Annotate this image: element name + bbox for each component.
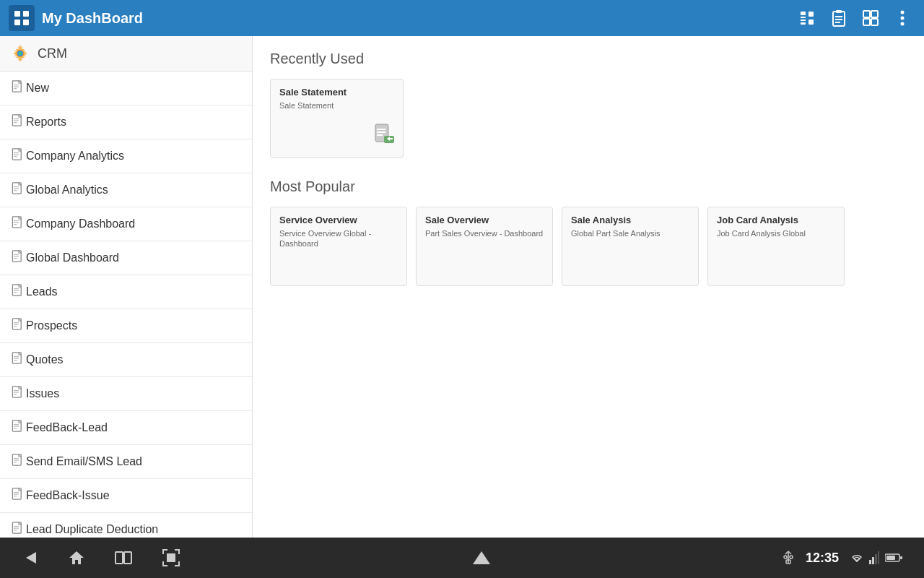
svg-rect-40 bbox=[14, 190, 17, 191]
crm-icon bbox=[10, 43, 30, 64]
svg-rect-36 bbox=[14, 156, 17, 157]
doc-icon bbox=[10, 318, 26, 334]
svg-rect-72 bbox=[14, 462, 17, 462]
bottom-nav: 12:35 bbox=[0, 538, 924, 578]
svg-rect-115 bbox=[869, 560, 871, 564]
sidebar-item-company-dashboard[interactable]: Company Dashboard bbox=[0, 207, 252, 241]
svg-rect-120 bbox=[886, 556, 895, 560]
sidebar-item-new[interactable]: New bbox=[0, 72, 252, 105]
svg-rect-3 bbox=[23, 20, 29, 25]
sidebar-item-feedback-issue[interactable]: FeedBack-Issue bbox=[0, 479, 252, 513]
home-button[interactable] bbox=[68, 548, 85, 567]
svg-rect-34 bbox=[14, 152, 19, 153]
sidebar-item-global-dashboard[interactable]: Global Dashboard bbox=[0, 241, 252, 275]
app-grid-icon[interactable] bbox=[9, 5, 35, 31]
sidebar-item-label: Quotes bbox=[26, 353, 64, 366]
sidebar-item-label: Send Email/SMS Lead bbox=[26, 455, 142, 468]
recently-used-title: Recently Used bbox=[270, 51, 907, 67]
svg-rect-102 bbox=[116, 552, 123, 564]
more-options-icon[interactable] bbox=[889, 5, 915, 31]
card-title: Sale Overview bbox=[425, 215, 544, 225]
card-subtitle: Job Card Analysis Global bbox=[717, 228, 835, 238]
doc-icon bbox=[10, 386, 26, 402]
content-area: Recently Used Sale Statement Sale Statem… bbox=[253, 36, 924, 538]
main-area: CRM New Reports Company Analytics bbox=[0, 36, 924, 538]
sidebar-item-send-email-sms-lead[interactable]: Send Email/SMS Lead bbox=[0, 445, 252, 479]
svg-rect-56 bbox=[14, 326, 17, 327]
sidebar-item-reports[interactable]: Reports bbox=[0, 105, 252, 139]
sidebar-item-leads[interactable]: Leads bbox=[0, 275, 252, 309]
svg-rect-66 bbox=[14, 424, 19, 425]
svg-rect-27 bbox=[14, 86, 19, 87]
recently-used-cards: Sale Statement Sale Statement bbox=[270, 79, 907, 158]
svg-rect-1 bbox=[23, 11, 29, 17]
header-actions bbox=[794, 5, 915, 31]
sidebar-item-issues[interactable]: Issues bbox=[0, 377, 252, 411]
doc-icon bbox=[10, 114, 26, 130]
person-icon[interactable] bbox=[794, 5, 820, 31]
svg-rect-76 bbox=[14, 496, 17, 496]
status-icons bbox=[850, 551, 902, 564]
doc-icon bbox=[10, 80, 26, 96]
svg-rect-30 bbox=[14, 118, 19, 119]
sidebar: CRM New Reports Company Analytics bbox=[0, 36, 253, 538]
card-subtitle: Service Overview Global - Dashboard bbox=[279, 228, 398, 249]
scan-button[interactable] bbox=[162, 548, 180, 567]
clipboard-icon[interactable] bbox=[826, 5, 852, 31]
nav-right: 12:35 bbox=[783, 550, 902, 566]
grid-view-icon[interactable] bbox=[858, 5, 884, 31]
status-time: 12:35 bbox=[806, 551, 839, 566]
back-button[interactable] bbox=[22, 548, 39, 567]
card-sale-statement[interactable]: Sale Statement Sale Statement bbox=[270, 79, 404, 158]
doc-icon bbox=[10, 284, 26, 300]
card-job-card-analysis[interactable]: Job Card Analysis Job Card Analysis Glob… bbox=[707, 207, 845, 286]
svg-rect-58 bbox=[14, 356, 19, 357]
doc-icon bbox=[10, 488, 26, 504]
wifi-icon bbox=[850, 551, 863, 564]
most-popular-cards: Service Overview Service Overview Global… bbox=[270, 207, 907, 286]
svg-rect-16 bbox=[871, 11, 878, 17]
card-subtitle: Part Sales Overview - Dashboard bbox=[425, 228, 544, 238]
svg-rect-8 bbox=[808, 20, 814, 25]
svg-rect-28 bbox=[14, 88, 17, 89]
svg-rect-46 bbox=[14, 254, 19, 255]
svg-rect-55 bbox=[14, 324, 19, 324]
svg-rect-26 bbox=[14, 85, 19, 85]
svg-rect-96 bbox=[377, 134, 383, 136]
svg-rect-12 bbox=[835, 16, 842, 17]
sidebar-item-global-analytics[interactable]: Global Analytics bbox=[0, 173, 252, 207]
svg-rect-79 bbox=[14, 527, 19, 528]
card-sale-overview[interactable]: Sale Overview Part Sales Overview - Dash… bbox=[416, 207, 553, 286]
svg-rect-94 bbox=[377, 129, 385, 130]
card-sale-analysis[interactable]: Sale Analysis Global Part Sale Analysis bbox=[562, 207, 699, 286]
svg-rect-42 bbox=[14, 220, 19, 221]
svg-rect-71 bbox=[14, 460, 19, 460]
svg-rect-15 bbox=[863, 11, 870, 17]
sidebar-item-quotes[interactable]: Quotes bbox=[0, 343, 252, 377]
sidebar-item-label: Leads bbox=[26, 285, 58, 298]
recents-button[interactable] bbox=[114, 548, 133, 567]
usb-icon bbox=[783, 550, 794, 566]
doc-icon bbox=[10, 352, 26, 368]
svg-rect-17 bbox=[863, 19, 870, 25]
svg-rect-117 bbox=[875, 554, 877, 564]
card-title: Sale Analysis bbox=[571, 215, 689, 225]
sidebar-item-feedback-lead[interactable]: FeedBack-Lead bbox=[0, 411, 252, 445]
svg-rect-14 bbox=[835, 22, 840, 23]
svg-rect-75 bbox=[14, 493, 19, 494]
svg-rect-4 bbox=[801, 12, 806, 15]
svg-marker-108 bbox=[473, 551, 490, 564]
svg-rect-6 bbox=[801, 20, 806, 21]
sidebar-item-prospects[interactable]: Prospects bbox=[0, 309, 252, 343]
up-button[interactable] bbox=[473, 551, 490, 564]
svg-point-114 bbox=[790, 556, 793, 558]
card-service-overview[interactable]: Service Overview Service Overview Global… bbox=[270, 207, 407, 286]
svg-marker-101 bbox=[69, 551, 84, 564]
svg-rect-116 bbox=[872, 557, 874, 564]
card-doc-icon bbox=[372, 123, 396, 150]
card-title: Service Overview bbox=[279, 215, 398, 225]
sidebar-item-lead-duplicate-deduction[interactable]: Lead Duplicate Deduction bbox=[0, 513, 252, 538]
svg-rect-38 bbox=[14, 186, 19, 187]
signal-icon bbox=[869, 551, 879, 564]
sidebar-item-company-analytics[interactable]: Company Analytics bbox=[0, 139, 252, 173]
